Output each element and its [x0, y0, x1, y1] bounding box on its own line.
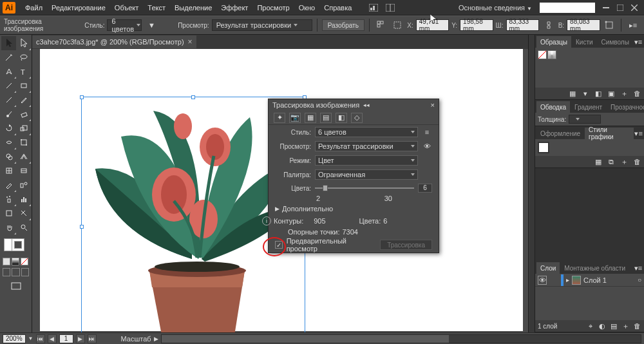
mesh-tool[interactable] [1, 164, 16, 178]
horizontal-scrollbar[interactable] [161, 334, 641, 343]
tab-appearance[interactable]: Оформление [536, 128, 584, 139]
width-tool[interactable] [1, 135, 16, 149]
artboard-number[interactable]: 1 [59, 334, 73, 343]
artboard-tool[interactable] [1, 206, 16, 220]
layer-name[interactable]: Слой 1 [583, 276, 607, 284]
arrange-docs-icon[interactable] [383, 2, 397, 14]
preset-grayscale-icon[interactable]: ▤ [320, 113, 332, 123]
gradient-tool[interactable] [16, 164, 31, 178]
type-tool[interactable]: T [16, 64, 31, 79]
color-mode-gradient[interactable] [12, 258, 19, 265]
color-mode-none[interactable] [21, 258, 28, 265]
panel-dock-strip[interactable] [528, 35, 535, 332]
free-transform-tool[interactable] [16, 135, 31, 149]
style-menu-icon[interactable]: ▼ [144, 19, 158, 31]
preview-dropdown[interactable]: Результат трассировки [212, 19, 312, 31]
pencil-tool[interactable] [16, 93, 31, 107]
align-icon[interactable] [374, 19, 388, 31]
make-clipping-icon[interactable]: ◐ [598, 321, 607, 330]
new-layer-icon[interactable]: ＋ [621, 321, 630, 330]
tab-swatches[interactable]: Образцы [536, 36, 571, 48]
new-sublayer-icon[interactable]: ▤ [609, 321, 618, 330]
h-input[interactable]: 88,083 mm [567, 19, 600, 31]
workspace-switcher[interactable]: Основные сведения ▼ [455, 4, 536, 12]
swatch-options-icon[interactable]: ◧ [594, 89, 603, 98]
advanced-toggle[interactable]: ▶ Дополнительно [269, 202, 439, 215]
style-dropdown[interactable]: 6 цветов [107, 19, 142, 31]
menu-window[interactable]: Окно [294, 4, 320, 12]
preset-lowcolor-icon[interactable]: ▦ [305, 113, 316, 123]
perspective-grid-tool[interactable] [16, 149, 31, 164]
direct-selection-tool[interactable] [16, 36, 31, 50]
close-panel-icon[interactable]: × [431, 101, 435, 109]
tab-artboards[interactable]: Монтажные области [560, 262, 629, 274]
transform-icon[interactable] [391, 19, 405, 31]
preset-bw-icon[interactable]: ◧ [336, 113, 347, 123]
panel-flyout-icon[interactable]: ▸≡ [626, 19, 640, 31]
shape-corners-icon[interactable] [603, 19, 617, 31]
preset-outline-icon[interactable]: ◇ [351, 113, 363, 123]
screen-mode-button[interactable] [8, 280, 24, 292]
tab-gradient[interactable]: Градиент [571, 101, 606, 113]
blend-tool[interactable] [16, 178, 31, 192]
x-input[interactable]: 49,781 mm [416, 19, 449, 31]
symbol-sprayer-tool[interactable] [1, 192, 16, 206]
trace-style-dropdown[interactable]: 6 цветов [315, 127, 418, 137]
tab-symbols[interactable]: Символы [598, 36, 633, 48]
swatch-registration[interactable] [547, 50, 556, 59]
blob-brush-tool[interactable] [1, 107, 16, 121]
trace-palette-dropdown[interactable]: Ограниченная [315, 169, 418, 180]
y-input[interactable]: 198,58 mm [460, 19, 493, 31]
tab-graphic-styles[interactable]: Стили графики [585, 128, 634, 139]
layer-row[interactable]: 👁 ▸ Слой 1 ○ [535, 274, 644, 287]
slice-tool[interactable] [16, 206, 31, 220]
first-artboard-button[interactable]: ⏮ [36, 334, 45, 343]
new-swatch-icon[interactable]: ＋ [620, 89, 629, 98]
new-style-icon[interactable]: ＋ [620, 157, 629, 166]
collapse-icon[interactable]: ◂◂ [363, 102, 370, 108]
eraser-tool[interactable] [16, 107, 31, 121]
delete-style-icon[interactable]: 🗑 [632, 157, 641, 166]
delete-layer-icon[interactable]: 🗑 [632, 321, 641, 330]
menu-object[interactable]: Объект [110, 4, 143, 12]
link-wh-icon[interactable] [542, 19, 556, 31]
paintbrush-tool[interactable] [1, 93, 16, 107]
close-button[interactable] [629, 3, 639, 12]
rotate-tool[interactable] [1, 121, 16, 135]
tab-transparency[interactable]: Прозрачность [607, 101, 644, 113]
maximize-button[interactable] [615, 3, 625, 12]
preset-auto-icon[interactable]: ✦ [274, 113, 285, 123]
stroke-swatch[interactable] [12, 238, 24, 251]
menu-text[interactable]: Текст [143, 4, 170, 12]
zoom-tool[interactable] [16, 220, 31, 234]
trace-button[interactable]: Трассировка [380, 240, 432, 250]
search-input[interactable] [540, 3, 595, 13]
rectangle-tool[interactable] [16, 79, 31, 93]
swatch-kinds-icon[interactable]: ▾ [581, 89, 590, 98]
tab-brushes[interactable]: Кисти [572, 36, 597, 48]
tab-stroke[interactable]: Обводка [536, 101, 570, 113]
trace-style-menu-icon[interactable]: ≡ [422, 127, 432, 137]
magic-wand-tool[interactable] [1, 50, 16, 64]
graphic-style-default[interactable] [538, 142, 549, 153]
pen-tool[interactable] [1, 64, 16, 79]
scale-tool[interactable] [16, 121, 31, 135]
close-tab-icon[interactable]: × [188, 37, 193, 46]
visibility-icon[interactable]: 👁 [538, 276, 547, 285]
eye-icon[interactable]: 👁 [422, 141, 432, 151]
style-libraries-icon[interactable]: ▦ [594, 157, 603, 166]
w-input[interactable]: 83,333 mm [506, 19, 539, 31]
colors-value[interactable]: 6 [418, 184, 432, 193]
document-tab[interactable]: c3ahce70c3fa3.jpg* @ 200% (RGB/Просмотр)… [32, 35, 196, 48]
panel-menu-icon[interactable]: ▾≡ [634, 262, 643, 274]
last-artboard-button[interactable]: ⏭ [88, 334, 97, 343]
eyedropper-tool[interactable] [1, 178, 16, 192]
break-link-icon[interactable]: ⧉ [607, 157, 616, 166]
shape-builder-tool[interactable] [1, 149, 16, 164]
menu-effect[interactable]: Эффект [216, 4, 252, 12]
zoom-field[interactable]: 200% [3, 334, 26, 343]
minimize-button[interactable] [601, 3, 611, 12]
panel-menu-icon[interactable]: ▾≡ [634, 36, 643, 48]
swatch-none[interactable] [538, 50, 547, 59]
bridge-icon[interactable] [366, 2, 381, 14]
